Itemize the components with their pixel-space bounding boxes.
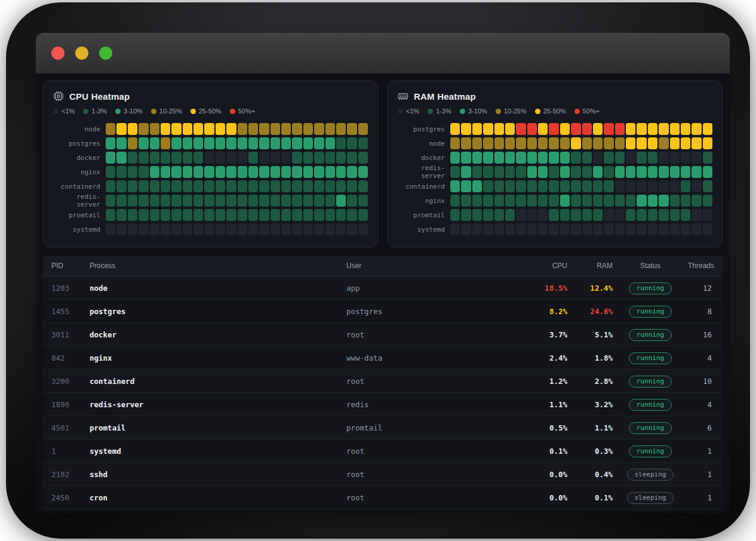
table-row[interactable]: 1systemdroot0.1%0.3%running1 — [43, 439, 723, 463]
heatmap-cell — [648, 166, 657, 178]
heatmap-cell — [626, 209, 635, 221]
table-row[interactable]: 2450cronroot0.0%0.1%sleeping1 — [43, 486, 723, 509]
titlebar[interactable] — [36, 33, 730, 73]
status-badge: running — [629, 352, 672, 364]
cell-ram: 5.1% — [567, 330, 613, 339]
cpu-icon — [53, 91, 64, 102]
heatmap-row-cells — [450, 152, 712, 164]
column-header-pid[interactable]: PID — [43, 262, 82, 270]
column-header-user[interactable]: User — [339, 262, 515, 270]
heatmap-cell — [347, 223, 357, 235]
heatmap-cell — [472, 166, 482, 178]
legend-dot — [83, 109, 88, 114]
heatmap-cell — [216, 137, 225, 149]
heatmap-row: promtail — [53, 209, 368, 221]
heatmap-row: docker — [53, 152, 368, 164]
cell-threads: 10 — [688, 377, 723, 386]
column-header-cpu[interactable]: CPU — [515, 262, 567, 270]
legend-dot — [460, 109, 465, 114]
heatmap-cell — [314, 166, 324, 178]
heatmap-cell — [204, 223, 214, 235]
column-header-threads[interactable]: Threads — [688, 262, 723, 270]
heatmap-cell — [281, 123, 291, 135]
heatmap-cell — [358, 223, 368, 235]
ram-panel-title: RAM Heatmap — [414, 91, 476, 102]
status-badge: running — [629, 422, 672, 434]
heatmap-cell — [648, 223, 657, 235]
table-row[interactable]: 3011dockerroot3.7%5.1%running16 — [43, 323, 723, 346]
heatmap-cell — [637, 209, 646, 221]
heatmap-row-label: redis-server — [53, 193, 106, 208]
minimize-button[interactable] — [75, 47, 88, 60]
cell-user: www-data — [339, 354, 515, 362]
table-row[interactable]: 3200containerdroot1.2%2.8%running10 — [43, 370, 723, 393]
legend-item: <1% — [398, 107, 419, 115]
heatmap-cell — [670, 223, 680, 235]
legend-label: 1-3% — [436, 107, 451, 115]
heatmap-cell — [670, 209, 680, 221]
close-button[interactable] — [51, 47, 64, 60]
cell-ram: 24.6% — [567, 307, 613, 316]
heatmap-row: node — [53, 123, 368, 135]
heatmap-cell — [161, 166, 170, 178]
heatmap-cell — [271, 123, 280, 135]
heatmap-row-cells — [450, 166, 712, 178]
legend-dot — [398, 109, 403, 114]
heatmap-cell — [314, 152, 324, 164]
cell-status: sleeping — [613, 468, 688, 481]
heatmap-row: containerd — [398, 180, 712, 192]
heatmap-cell — [161, 152, 170, 164]
heatmap-row-label: docker — [398, 154, 450, 162]
heatmap-cell — [303, 195, 313, 207]
heatmap-cell — [271, 166, 280, 178]
cell-pid: 3011 — [43, 330, 82, 339]
heatmap-cell — [670, 123, 680, 135]
table-row[interactable]: 2102sshdroot0.0%0.4%sleeping1 — [43, 463, 723, 486]
status-badge: running — [629, 306, 672, 318]
heatmap-cell — [472, 152, 482, 164]
table-row[interactable]: 1890redis-serverredis1.1%3.2%running4 — [43, 393, 723, 416]
cell-status: running — [613, 328, 688, 341]
heatmap-cell — [472, 209, 482, 221]
heatmap-cell — [336, 137, 346, 149]
heatmap-cell — [204, 166, 214, 178]
cell-status: running — [613, 398, 688, 411]
heatmap-cell — [505, 180, 515, 192]
zoom-button[interactable] — [99, 47, 112, 60]
heatmap-cell — [659, 166, 668, 178]
heatmap-cell — [259, 152, 269, 164]
heatmap-cell — [648, 152, 657, 164]
heatmap-cell — [582, 137, 592, 149]
column-header-ram[interactable]: RAM — [567, 262, 613, 270]
heatmap-cell — [549, 166, 558, 178]
heatmap-cell — [161, 123, 170, 135]
heatmap-cell — [292, 180, 302, 192]
heatmap-cell — [538, 180, 548, 192]
heatmap-grid: postgresnodedockerredis-servercontainerd… — [398, 123, 712, 235]
heatmap-cell — [692, 166, 701, 178]
heatmap-cell — [271, 137, 280, 149]
heatmap-cell — [161, 180, 170, 192]
heatmap-cell — [292, 166, 302, 178]
heatmap-cell — [193, 180, 203, 192]
heatmap-cell — [347, 166, 357, 178]
heatmap-cell — [150, 152, 159, 164]
cell-threads: 16 — [688, 330, 723, 339]
column-header-status[interactable]: Status — [613, 262, 688, 270]
table-row[interactable]: 1203nodeapp18.5%12.4%running12 — [43, 276, 723, 300]
heatmap-row-label: nginx — [53, 168, 106, 176]
heatmap-cell — [626, 180, 635, 192]
heatmap-cell — [347, 209, 357, 221]
heatmap-cell — [336, 209, 346, 221]
heatmap-cell — [494, 209, 504, 221]
heatmap-cell — [516, 209, 525, 221]
heatmap-cell — [193, 123, 203, 135]
heatmap-cell — [681, 152, 690, 164]
column-header-process[interactable]: Process — [82, 262, 339, 270]
table-row[interactable]: 842nginxwww-data2.4%1.8%running4 — [43, 346, 723, 370]
table-row[interactable]: 4501promtailpromtail0.5%1.1%running6 — [43, 416, 723, 439]
table-body: 1203nodeapp18.5%12.4%running121455postgr… — [43, 276, 723, 509]
table-row[interactable]: 1455postgrespostgres8.2%24.6%running8 — [43, 300, 723, 323]
heatmap-cell — [139, 223, 148, 235]
heatmap-cell — [171, 123, 181, 135]
